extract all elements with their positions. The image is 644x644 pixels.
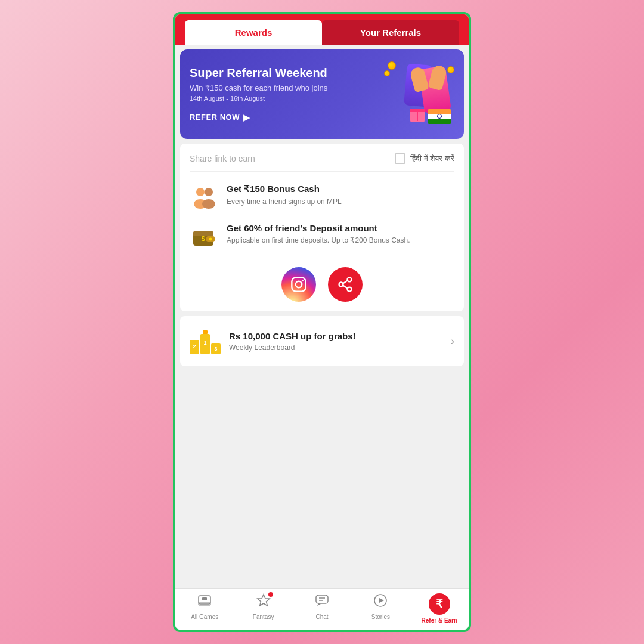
leaderboard-arrow-icon: › bbox=[451, 335, 454, 348]
tab-referrals[interactable]: Your Referrals bbox=[322, 20, 459, 45]
svg-rect-28 bbox=[316, 595, 328, 603]
podium-svg: 2 1 3 bbox=[190, 328, 221, 354]
friends-icon bbox=[190, 184, 218, 212]
phone-frame: Rewards Your Referrals Super Referral We… bbox=[173, 12, 471, 632]
wallet-svg: $ bbox=[190, 223, 218, 252]
reward-desc-1: Every time a friend signs up on MPL bbox=[227, 197, 342, 207]
fantasy-badge bbox=[268, 592, 273, 597]
wallet-icon: $ bbox=[190, 223, 218, 252]
share-section: Share link to earn हिंदी में शेयर करें bbox=[180, 144, 464, 311]
refer-now-button[interactable]: REFER NOW ▶ bbox=[190, 113, 250, 122]
svg-point-7 bbox=[209, 238, 212, 241]
hand-left bbox=[409, 66, 429, 93]
nav-refer-earn-label: Refer & Earn bbox=[422, 617, 458, 624]
flag-chakra bbox=[437, 114, 442, 119]
banner-date: 14th August - 16th August bbox=[190, 95, 383, 102]
svg-text:1: 1 bbox=[203, 340, 206, 346]
banner-subtitle: Win ₹150 cash for each friend who joins bbox=[190, 83, 383, 92]
svg-marker-27 bbox=[258, 595, 270, 606]
refer-now-label: REFER NOW bbox=[190, 113, 240, 122]
hindi-checkbox[interactable] bbox=[395, 153, 405, 164]
nav-chat-label: Chat bbox=[315, 614, 328, 620]
share-icon bbox=[337, 276, 354, 293]
svg-point-11 bbox=[302, 280, 304, 281]
svg-rect-23 bbox=[203, 330, 208, 334]
share-link-placeholder: Share link to earn bbox=[190, 154, 255, 163]
referral-banner: Super Referral Weekend Win ₹150 cash for… bbox=[180, 49, 464, 139]
leaderboard-title: Rs 10,000 CASH up for grabs! bbox=[229, 331, 442, 341]
reward-title-2: Get 60% of friend's Deposit amount bbox=[227, 223, 410, 233]
social-share-row bbox=[190, 262, 454, 302]
all-games-icon bbox=[197, 593, 212, 611]
nav-fantasy[interactable]: Fantasy bbox=[234, 593, 292, 624]
leaderboard-icon: 2 1 3 bbox=[190, 326, 221, 357]
instagram-icon bbox=[290, 276, 307, 293]
svg-point-3 bbox=[202, 199, 215, 209]
leaderboard-info: Rs 10,000 CASH up for grabs! Weekly Lead… bbox=[229, 331, 442, 352]
svg-text:3: 3 bbox=[214, 346, 217, 352]
refer-earn-icon: ₹ bbox=[429, 593, 450, 615]
nav-refer-earn[interactable]: ₹ Refer & Earn bbox=[410, 593, 469, 624]
nav-fantasy-label: Fantasy bbox=[253, 614, 274, 620]
svg-line-16 bbox=[343, 286, 348, 289]
share-link-row: Share link to earn हिंदी में शेयर करें bbox=[190, 153, 454, 172]
reward-title-1: Get ₹150 Bonus Cash bbox=[227, 184, 342, 194]
hand-right bbox=[428, 64, 448, 91]
svg-point-10 bbox=[296, 281, 302, 288]
stories-icon bbox=[373, 593, 388, 611]
svg-point-14 bbox=[348, 287, 352, 292]
tab-rewards[interactable]: Rewards bbox=[185, 20, 322, 45]
tab-bar: Rewards Your Referrals bbox=[175, 14, 469, 45]
svg-point-13 bbox=[339, 283, 343, 287]
instagram-share-button[interactable] bbox=[281, 267, 316, 302]
reward-item-1: Get ₹150 Bonus Cash Every time a friend … bbox=[190, 184, 454, 212]
fantasy-icon bbox=[256, 593, 271, 611]
generic-share-button[interactable] bbox=[328, 267, 363, 302]
leaderboard-card[interactable]: 2 1 3 Rs 10,000 CASH up for grabs! Weekl… bbox=[180, 316, 464, 366]
india-flag bbox=[428, 109, 451, 124]
nav-stories[interactable]: Stories bbox=[351, 593, 410, 624]
coin-1 bbox=[388, 61, 396, 70]
nav-all-games[interactable]: All Games bbox=[175, 593, 234, 624]
nav-all-games-label: All Games bbox=[191, 614, 218, 620]
svg-rect-9 bbox=[292, 277, 305, 291]
nav-stories-label: Stories bbox=[371, 614, 390, 620]
svg-point-2 bbox=[205, 188, 213, 196]
gift-box bbox=[410, 109, 425, 122]
illus-hands bbox=[412, 63, 445, 95]
banner-title: Super Referral Weekend bbox=[190, 66, 383, 80]
svg-point-12 bbox=[348, 277, 352, 281]
svg-line-15 bbox=[343, 280, 348, 283]
hindi-share-option[interactable]: हिंदी में शेयर करें bbox=[395, 153, 454, 164]
rupee-circle: ₹ bbox=[429, 593, 450, 615]
nav-chat[interactable]: Chat bbox=[293, 593, 351, 624]
chat-icon bbox=[315, 593, 329, 611]
content-area: Super Referral Weekend Win ₹150 cash for… bbox=[175, 45, 469, 588]
flag-white bbox=[428, 114, 451, 119]
svg-rect-26 bbox=[202, 597, 207, 600]
banner-illustration bbox=[383, 61, 454, 127]
reward-info-2: Get 60% of friend's Deposit amount Appli… bbox=[227, 223, 410, 246]
bottom-nav: All Games Fantasy Chat bbox=[175, 588, 469, 630]
flag-green bbox=[428, 119, 451, 125]
coin-2 bbox=[384, 70, 390, 76]
hindi-label: हिंदी में शेयर करें bbox=[410, 154, 454, 163]
leaderboard-subtitle: Weekly Leaderboard bbox=[229, 343, 442, 352]
svg-text:2: 2 bbox=[193, 343, 196, 349]
reward-desc-2: Applicable on first time deposits. Up to… bbox=[227, 236, 410, 246]
svg-point-0 bbox=[196, 188, 205, 196]
banner-text: Super Referral Weekend Win ₹150 cash for… bbox=[190, 66, 383, 122]
reward-info-1: Get ₹150 Bonus Cash Every time a friend … bbox=[227, 184, 342, 207]
coin-3 bbox=[447, 66, 454, 73]
reward-item-2: $ Get 60% of friend's Deposit amount App… bbox=[190, 223, 454, 252]
svg-text:$: $ bbox=[202, 236, 205, 242]
refer-arrow-icon: ▶ bbox=[243, 113, 250, 122]
flag-orange bbox=[428, 109, 451, 114]
svg-marker-33 bbox=[379, 598, 384, 603]
friends-svg bbox=[190, 184, 218, 212]
